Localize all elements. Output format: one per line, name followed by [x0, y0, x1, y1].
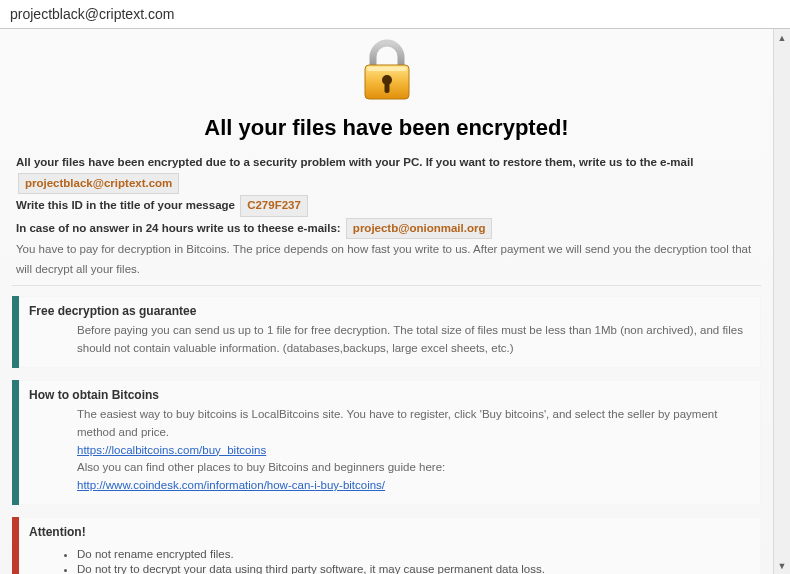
scroll-down-arrow-icon[interactable]: ▼	[774, 557, 790, 574]
intro-line-3-text: In case of no answer in 24 hours write u…	[16, 222, 341, 234]
lock-icon	[359, 89, 415, 106]
panel-attention-title: Attention!	[29, 525, 751, 539]
svg-rect-3	[384, 82, 389, 93]
intro-line-3: In case of no answer in 24 hours write u…	[16, 218, 757, 240]
ransom-window: projectblack@criptext.com	[0, 0, 790, 574]
panel-free-body: Before paying you can send us up to 1 fi…	[29, 322, 751, 358]
bitcoins-line-1: The easiest way to buy bitcoins is Local…	[77, 406, 747, 442]
intro-block: All your files have been encrypted due t…	[12, 153, 761, 286]
bitcoins-line-2: Also you can find other places to buy Bi…	[77, 459, 747, 477]
attention-item: Do not try to decrypt your data using th…	[77, 563, 751, 574]
panel-free-decryption: Free decryption as guarantee Before payi…	[12, 296, 761, 368]
email-badge-1: projectblack@criptext.com	[18, 173, 179, 195]
panel-bitcoins: How to obtain Bitcoins The easiest way t…	[12, 380, 761, 505]
panel-bitcoins-body: The easiest way to buy bitcoins is Local…	[29, 406, 751, 495]
vertical-scrollbar[interactable]: ▲ ▼	[773, 29, 790, 574]
attention-item: Do not rename encrypted files.	[77, 548, 751, 560]
bitcoins-link-1[interactable]: https://localbitcoins.com/buy_bitcoins	[77, 444, 266, 456]
intro-line-1-text: All your files have been encrypted due t…	[16, 156, 693, 168]
scroll-up-arrow-icon[interactable]: ▲	[774, 29, 790, 46]
scroll-content: All your files have been encrypted! All …	[0, 29, 790, 574]
window-titlebar: projectblack@criptext.com	[0, 0, 790, 29]
bitcoin-note: You have to pay for decryption in Bitcoi…	[16, 240, 757, 279]
main-heading: All your files have been encrypted!	[12, 115, 761, 141]
intro-line-1: All your files have been encrypted due t…	[16, 153, 757, 194]
window-title: projectblack@criptext.com	[10, 6, 174, 22]
content-area: All your files have been encrypted! All …	[0, 29, 790, 574]
panel-attention-body: Do not rename encrypted files. Do not tr…	[29, 543, 751, 574]
intro-line-2: Write this ID in the title of your messa…	[16, 195, 757, 217]
panel-bitcoins-title: How to obtain Bitcoins	[29, 388, 751, 402]
id-badge: C279F237	[240, 195, 308, 217]
svg-rect-1	[367, 67, 407, 71]
intro-line-2-text: Write this ID in the title of your messa…	[16, 199, 235, 211]
lock-icon-wrap	[12, 29, 761, 107]
panel-free-title: Free decryption as guarantee	[29, 304, 751, 318]
email-badge-2: projectb@onionmail.org	[346, 218, 493, 240]
panel-attention: Attention! Do not rename encrypted files…	[12, 517, 761, 574]
bitcoins-link-2[interactable]: http://www.coindesk.com/information/how-…	[77, 479, 385, 491]
